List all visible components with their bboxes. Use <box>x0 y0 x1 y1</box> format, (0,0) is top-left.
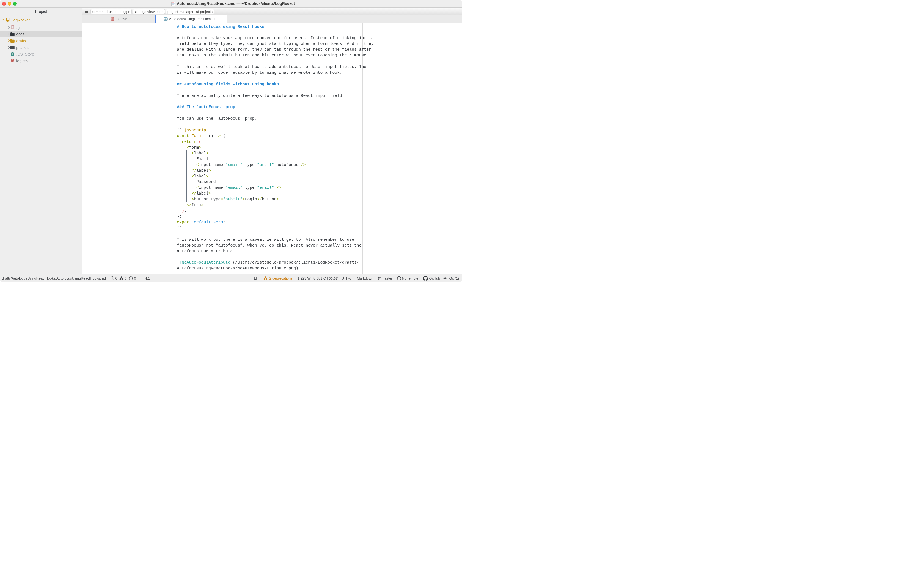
svg-text:M: M <box>164 18 166 20</box>
